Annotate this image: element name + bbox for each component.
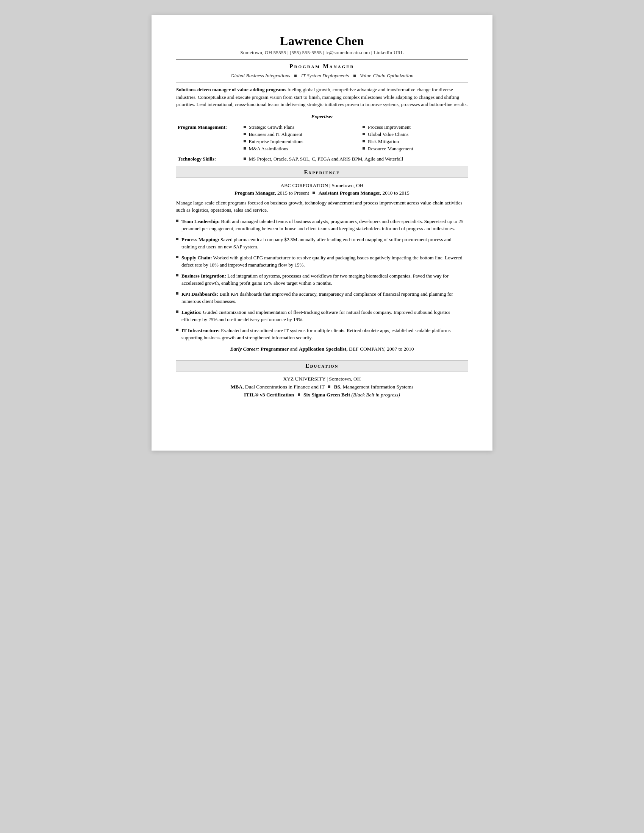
pm-item-5: Process Improvement [362, 124, 466, 130]
bullet-kpi-dashboards: KPI Dashboards: Built KPI dashboards tha… [176, 290, 468, 305]
pm-item-1: Strategic Growth Plans [243, 124, 348, 130]
subtitle-1: Global Business Integrations [231, 73, 291, 78]
title-block: Program Manager [176, 63, 468, 70]
role2-dates: 2010 to 2015 [383, 190, 409, 196]
bullet-text: Supply Chain: Worked with global CPG man… [182, 254, 468, 269]
mba-bold: MBA, [230, 384, 243, 390]
certifications-line: ITIL® v3 Certification Six Sigma Green B… [176, 392, 468, 398]
role-bullet [312, 191, 315, 194]
bullet [176, 220, 179, 222]
degrees-line: MBA, Dual Concentrations in Finance and … [176, 384, 468, 390]
subtitle-line: Global Business Integrations IT System D… [176, 73, 468, 79]
pm-item-7: Risk Mitigation [362, 138, 466, 145]
pm-col1: Strategic Growth Plans Business and IT A… [242, 124, 349, 154]
experience-title: Experience [304, 169, 340, 175]
bullet [243, 147, 246, 150]
candidate-name: Lawrence Chen [176, 34, 468, 48]
experience-section-header: Experience [176, 167, 468, 178]
exp-summary: Manage large-scale client programs focus… [176, 199, 468, 214]
exp-roles: Program Manager, 2015 to Present Assista… [176, 190, 468, 196]
subtitle-bullet-2 [353, 75, 356, 77]
bullet-business-integration: Business Integration: Led integration of… [176, 272, 468, 287]
cert2-bold: Six Sigma Green Belt [303, 392, 350, 397]
bullet-team-leadership: Team Leadership: Built and managed talen… [176, 218, 468, 233]
bullet-logistics: Logistics: Guided customization and impl… [176, 309, 468, 323]
bullet [176, 292, 179, 294]
bullet-supply-chain: Supply Chain: Worked with global CPG man… [176, 254, 468, 269]
tech-value-cell: MS Project, Oracle, SAP, SQL, C, PEGA an… [242, 154, 468, 163]
exp-company: ABC CORPORATION | Sometown, OH [176, 182, 468, 188]
tech-label: Technology Skills: [176, 154, 242, 163]
cert-bullet [298, 393, 300, 396]
pm-col2: Process Improvement Global Value Chains … [361, 124, 468, 154]
education-section-header: Education [176, 360, 468, 371]
resume-page: Lawrence Chen Sometown, OH 55555 | (555)… [151, 15, 493, 450]
cert1-bold: ITIL® v3 Certification [244, 392, 294, 397]
header-divider [176, 60, 468, 60]
bullet [176, 238, 179, 240]
bullet [176, 329, 179, 331]
mba-text: Dual Concentrations in Finance and IT [245, 384, 326, 390]
bullet [362, 133, 365, 135]
role1-dates: 2015 to Present [277, 190, 310, 196]
bullet-text: Business Integration: Led integration of… [182, 272, 468, 287]
expertise-table: Program Management: Strategic Growth Pla… [176, 124, 468, 163]
pm-item-2: Business and IT Alignment [243, 131, 348, 137]
bullet [176, 256, 179, 258]
pm-item-8: Resource Management [362, 146, 466, 152]
bullet-text: Logistics: Guided customization and impl… [182, 309, 468, 323]
bullet [362, 147, 365, 150]
bullet [243, 158, 246, 160]
subtitle-bullet-1 [295, 75, 296, 77]
education-title: Education [305, 363, 338, 369]
early-career: Early Career: Programmer and Application… [176, 346, 468, 352]
university-name: XYZ UNIVERSITY | Sometown, OH [176, 376, 468, 382]
bullet [362, 140, 365, 142]
early-career-role1: Programmer [261, 346, 289, 352]
pm-item-3: Enterprise Implementations [243, 138, 348, 145]
early-career-role2: Application Specialist, DEF COMPANY, 200… [299, 346, 414, 352]
bullet [243, 140, 246, 142]
pm-label: Program Management: [176, 124, 242, 154]
pm-item-4: M&A Assimilations [243, 146, 348, 152]
subtitle-2: IT System Deployments [301, 73, 349, 78]
header: Lawrence Chen Sometown, OH 55555 | (555)… [176, 34, 468, 56]
education-block: XYZ UNIVERSITY | Sometown, OH MBA, Dual … [176, 376, 468, 398]
summary-bold: Solutions-driven manager of value-adding… [176, 87, 287, 92]
job-title: Program Manager [176, 63, 468, 70]
early-career-bold: Early Career: [230, 346, 259, 352]
bullet-text: IT Infrastructure: Evaluated and streaml… [182, 327, 468, 341]
degree-bullet [328, 386, 330, 388]
bullet-text: Process Mapping: Saved pharmaceutical co… [182, 236, 468, 251]
bullet [176, 274, 179, 277]
early-career-italic: Early Career: [230, 346, 259, 352]
bullet [176, 310, 179, 313]
title-divider [176, 82, 468, 83]
bs-bold: BS, [334, 384, 342, 390]
subtitle-3: Value-Chain Optimization [360, 73, 413, 78]
exp-bullets-list: Team Leadership: Built and managed talen… [176, 218, 468, 341]
contact-info: Sometown, OH 55555 | (555) 555-5555 | lc… [176, 50, 468, 56]
tech-item: MS Project, Oracle, SAP, SQL, C, PEGA an… [243, 156, 466, 162]
summary-paragraph: Solutions-driven manager of value-adding… [176, 86, 468, 108]
bullet-it-infrastructure: IT Infrastructure: Evaluated and streaml… [176, 327, 468, 341]
bullet-text: Team Leadership: Built and managed talen… [182, 218, 468, 233]
bullet-text: KPI Dashboards: Built KPI dashboards tha… [182, 290, 468, 305]
bs-text: Management Information Systems [343, 384, 414, 390]
bullet-process-mapping: Process Mapping: Saved pharmaceutical co… [176, 236, 468, 251]
expertise-title: Expertise: [176, 114, 468, 120]
early-career-and: and [290, 346, 299, 352]
role1-bold: Program Manager, [235, 190, 276, 196]
exp-edu-divider [176, 356, 468, 356]
pm-item-6: Global Value Chains [362, 131, 466, 137]
role2-bold: Assistant Program Manager, [319, 190, 381, 196]
bullet [362, 126, 365, 128]
bullet [243, 126, 246, 128]
bullet [243, 133, 246, 135]
cert2-italic: (Black Belt in progress) [351, 392, 400, 397]
